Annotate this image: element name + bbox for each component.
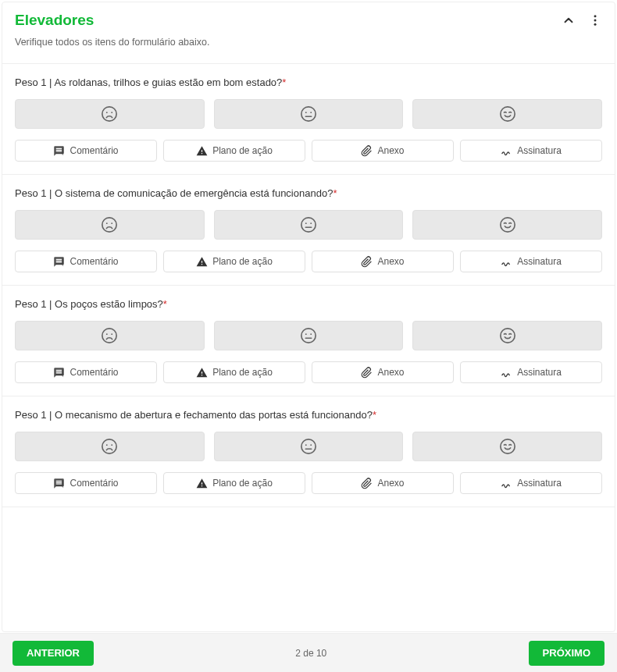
question-text: Peso 1 | O mecanismo de abertura e fecha…	[15, 409, 602, 421]
attachment-button[interactable]: Anexo	[312, 140, 454, 162]
action-row: Comentário Plano de ação Anexo Assinatur…	[15, 140, 602, 162]
rating-happy-button[interactable]	[412, 432, 602, 461]
action-plan-button[interactable]: Plano de ação	[163, 251, 305, 272]
rating-neutral-button[interactable]	[214, 99, 404, 129]
signature-button[interactable]: Assinatura	[460, 361, 602, 383]
svg-point-5	[112, 112, 113, 113]
action-label: Assinatura	[517, 145, 562, 156]
next-button[interactable]: PRÓXIMO	[529, 641, 605, 666]
rating-happy-button[interactable]	[412, 210, 602, 240]
warning-icon	[196, 144, 208, 156]
action-label: Assinatura	[517, 256, 562, 267]
action-row: Comentário Plano de ação Anexo Assinatur…	[15, 472, 602, 494]
action-row: Comentário Plano de ação Anexo Assinatur…	[15, 251, 602, 272]
action-plan-button[interactable]: Plano de ação	[163, 140, 305, 162]
sad-face-icon	[101, 216, 118, 233]
rating-happy-button[interactable]	[412, 321, 602, 350]
rating-row	[15, 321, 602, 350]
attachment-button[interactable]: Anexo	[312, 472, 454, 494]
svg-point-6	[301, 107, 316, 121]
svg-point-4	[106, 112, 108, 113]
action-label: Anexo	[377, 256, 404, 267]
rating-happy-button[interactable]	[412, 99, 602, 129]
svg-point-27	[102, 439, 116, 453]
rating-sad-button[interactable]	[15, 210, 205, 240]
more-menu-icon[interactable]	[588, 13, 602, 28]
question-block: Peso 1 | O mecanismo de abertura e fecha…	[2, 396, 615, 507]
svg-point-8	[310, 112, 312, 113]
comment-button[interactable]: Comentário	[15, 251, 157, 272]
action-label: Anexo	[377, 367, 404, 378]
paperclip-icon	[361, 255, 373, 267]
signature-icon	[501, 366, 512, 378]
comment-button[interactable]: Comentário	[15, 140, 157, 162]
section-header: Elevadores	[2, 2, 615, 32]
rating-row	[15, 210, 602, 240]
signature-button[interactable]: Assinatura	[460, 140, 602, 162]
svg-point-28	[106, 444, 108, 446]
neutral-face-icon	[300, 216, 317, 233]
rating-sad-button[interactable]	[15, 432, 205, 461]
svg-point-34	[501, 439, 515, 453]
action-label: Anexo	[377, 145, 404, 156]
attachment-button[interactable]: Anexo	[312, 251, 454, 272]
question-label: Os poços estão limpos?	[55, 298, 163, 310]
question-weight-prefix: Peso 1	[15, 409, 46, 421]
happy-face-icon	[499, 105, 516, 123]
required-indicator: *	[373, 409, 376, 421]
comment-icon	[53, 144, 65, 156]
action-plan-button[interactable]: Plano de ação	[163, 361, 305, 383]
happy-face-icon	[499, 327, 516, 344]
comment-icon	[53, 255, 65, 267]
action-label: Comentário	[70, 367, 118, 378]
required-indicator: *	[163, 298, 167, 310]
warning-icon	[196, 366, 208, 378]
neutral-face-icon	[300, 438, 317, 455]
happy-face-icon	[499, 216, 516, 233]
rating-row	[15, 432, 602, 461]
question-label: O mecanismo de abertura e fechamento das…	[55, 409, 373, 421]
paperclip-icon	[361, 366, 373, 378]
svg-point-18	[501, 218, 515, 232]
question-block: Peso 1 | O sistema de comunicação de eme…	[2, 174, 615, 285]
comment-button[interactable]: Comentário	[15, 361, 157, 383]
rating-neutral-button[interactable]	[214, 321, 404, 350]
section-subtitle: Verifique todos os itens do formulário a…	[2, 32, 615, 63]
rating-sad-button[interactable]	[15, 321, 205, 350]
svg-point-0	[594, 16, 597, 18]
svg-point-2	[594, 23, 597, 26]
rating-row	[15, 99, 602, 129]
question-text: Peso 1 | O sistema de comunicação de eme…	[15, 187, 602, 199]
content-scroll-area[interactable]: Elevadores Verifique todos os itens do f…	[2, 2, 615, 632]
header-actions	[562, 13, 602, 28]
svg-point-3	[102, 107, 116, 121]
svg-point-30	[301, 439, 316, 453]
rating-neutral-button[interactable]	[214, 432, 404, 461]
svg-point-20	[106, 333, 108, 335]
svg-point-31	[305, 444, 307, 446]
action-plan-button[interactable]: Plano de ação	[163, 472, 305, 494]
svg-point-16	[310, 222, 312, 224]
rating-sad-button[interactable]	[15, 99, 205, 129]
sad-face-icon	[101, 438, 118, 455]
warning-icon	[196, 477, 208, 489]
signature-button[interactable]: Assinatura	[460, 472, 602, 494]
attachment-button[interactable]: Anexo	[312, 361, 454, 383]
signature-icon	[501, 144, 512, 156]
signature-icon	[501, 255, 512, 267]
action-row: Comentário Plano de ação Anexo Assinatur…	[15, 361, 602, 383]
svg-point-24	[310, 333, 312, 335]
rating-neutral-button[interactable]	[214, 210, 404, 240]
neutral-face-icon	[300, 105, 317, 123]
action-label: Comentário	[70, 145, 118, 156]
collapse-icon[interactable]	[562, 13, 576, 28]
action-label: Comentário	[70, 478, 118, 489]
neutral-face-icon	[300, 327, 317, 344]
signature-button[interactable]: Assinatura	[460, 251, 602, 272]
question-weight-prefix: Peso 1	[15, 187, 46, 199]
question-weight-prefix: Peso 1	[15, 76, 46, 88]
comment-button[interactable]: Comentário	[15, 472, 157, 494]
action-label: Plano de ação	[212, 367, 273, 378]
svg-point-23	[305, 333, 307, 335]
prev-button[interactable]: ANTERIOR	[12, 641, 94, 666]
